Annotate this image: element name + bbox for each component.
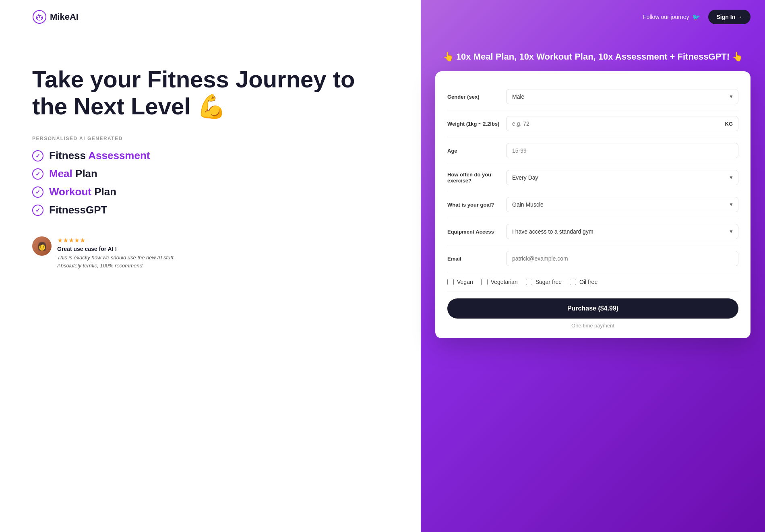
app-name: MikeAI (50, 12, 79, 22)
left-panel: MikeAI Take your Fitness Journey to the … (0, 0, 421, 532)
svg-point-3 (41, 17, 43, 19)
weight-row: Weight (1kg ~ 2.2lbs) KG (447, 110, 738, 137)
exercise-select[interactable]: Every Day 3-4 times a week 1-2 times a w… (506, 170, 738, 185)
feature-label-2: Meal Plan (49, 168, 97, 180)
avatar: 👩 (32, 236, 52, 256)
feature-label-1: Fitness Assessment (49, 149, 150, 162)
twitter-icon[interactable]: 🐦 (692, 13, 700, 21)
oilfree-checkbox[interactable] (570, 279, 576, 285)
feature-item-3: Workout Plan (32, 186, 389, 198)
equipment-label: Equipment Access (447, 229, 500, 235)
equipment-select-wrapper: I have access to a standard gym Home gym… (506, 224, 738, 239)
feature-highlight-1: Assessment (88, 149, 150, 161)
review-content: ★★★★★ Great use case for AI ! This is ex… (57, 236, 175, 269)
vegetarian-checkbox-item[interactable]: Vegetarian (481, 279, 518, 285)
gender-label: Gender (sex) (447, 94, 500, 100)
navbar: MikeAI (32, 0, 389, 34)
weight-unit: KG (725, 121, 733, 127)
gender-row: Gender (sex) Male Female Other ▼ (447, 83, 738, 110)
follow-journey-text: Follow our journey (643, 14, 689, 20)
review-title: Great use case for AI ! (57, 246, 175, 252)
vegetarian-label: Vegetarian (491, 279, 518, 285)
sugarfree-checkbox-item[interactable]: Sugar free (526, 279, 562, 285)
goal-label: What is your goal? (447, 202, 500, 208)
oilfree-label: Oil free (579, 279, 598, 285)
exercise-label: How often do you exercise? (447, 172, 500, 184)
feature-highlight-3: Workout (49, 186, 91, 198)
signin-button[interactable]: Sign In → (708, 10, 751, 24)
hero-title: Take your Fitness Journey to the Next Le… (32, 66, 389, 120)
review-section: 👩 ★★★★★ Great use case for AI ! This is … (32, 236, 389, 269)
feature-label-4: FitnessGPT (49, 204, 107, 216)
feature-item-2: Meal Plan (32, 168, 389, 180)
logo-icon (32, 10, 47, 24)
exercise-select-wrapper: Every Day 3-4 times a week 1-2 times a w… (506, 170, 738, 185)
check-icon-3 (32, 186, 43, 198)
sugarfree-checkbox[interactable] (526, 279, 532, 285)
features-list: Fitness Assessment Meal Plan Workout Pla… (32, 149, 389, 216)
email-input[interactable] (506, 251, 738, 266)
right-panel: Follow our journey 🐦 Sign In → 👆 10x Mea… (421, 0, 765, 532)
goal-row: What is your goal? Gain Muscle Lose Weig… (447, 191, 738, 218)
weight-input[interactable] (506, 116, 738, 131)
follow-journey: Follow our journey 🐦 (643, 13, 700, 21)
goal-select[interactable]: Gain Muscle Lose Weight Maintain Weight … (506, 197, 738, 212)
feature-item-1: Fitness Assessment (32, 149, 389, 162)
vegetarian-checkbox[interactable] (481, 279, 488, 285)
gender-select[interactable]: Male Female Other (506, 89, 738, 104)
weight-label: Weight (1kg ~ 2.2lbs) (447, 121, 500, 127)
hero-banner: 👆 10x Meal Plan, 10x Workout Plan, 10x A… (421, 34, 765, 71)
oilfree-checkbox-item[interactable]: Oil free (570, 279, 598, 285)
svg-point-2 (36, 17, 38, 19)
equipment-row: Equipment Access I have access to a stan… (447, 218, 738, 245)
logo: MikeAI (32, 10, 79, 24)
review-text: This is exactly how we should use the ne… (57, 254, 175, 269)
equipment-select[interactable]: I have access to a standard gym Home gym… (506, 224, 738, 239)
sugarfree-label: Sugar free (536, 279, 562, 285)
email-label: Email (447, 256, 500, 262)
personalised-label: PERSONALISED AI GENERATED (32, 136, 389, 141)
check-icon-2 (32, 168, 43, 180)
exercise-row: How often do you exercise? Every Day 3-4… (447, 164, 738, 191)
purchase-button[interactable]: Purchase ($4.99) (447, 298, 738, 319)
check-icon-1 (32, 150, 43, 161)
vegan-checkbox-item[interactable]: Vegan (447, 279, 473, 285)
form-card: Gender (sex) Male Female Other ▼ Weight … (435, 71, 751, 338)
check-icon-4 (32, 205, 43, 216)
email-row: Email (447, 245, 738, 272)
svg-line-5 (38, 14, 39, 15)
banner-text: 👆 10x Meal Plan, 10x Workout Plan, 10x A… (437, 50, 749, 63)
checkboxes-row: Vegan Vegetarian Sugar free Oil free (447, 272, 738, 292)
feature-highlight-2: Meal (49, 168, 72, 180)
right-navbar: Follow our journey 🐦 Sign In → (421, 0, 765, 34)
age-label: Age (447, 148, 500, 154)
age-row: Age (447, 137, 738, 164)
weight-input-wrapper: KG (506, 116, 738, 131)
goal-select-wrapper: Gain Muscle Lose Weight Maintain Weight … (506, 197, 738, 212)
age-input[interactable] (506, 143, 738, 158)
payment-note: One-time payment (447, 323, 738, 329)
vegan-label: Vegan (457, 279, 473, 285)
review-stars: ★★★★★ (57, 236, 175, 244)
vegan-checkbox[interactable] (447, 279, 454, 285)
feature-label-3: Workout Plan (49, 186, 116, 198)
gender-select-wrapper: Male Female Other ▼ (506, 89, 738, 104)
feature-item-4: FitnessGPT (32, 204, 389, 216)
hero-content: Take your Fitness Journey to the Next Le… (32, 66, 389, 532)
